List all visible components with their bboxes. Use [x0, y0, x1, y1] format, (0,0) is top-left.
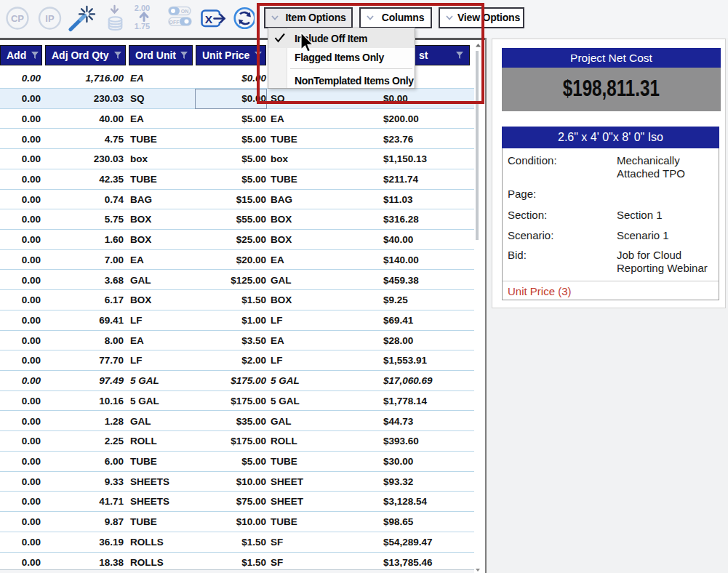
svg-text:IP: IP [45, 13, 55, 24]
svg-text:1.75: 1.75 [135, 22, 150, 31]
svg-text:2.00: 2.00 [135, 4, 150, 12]
svg-text:ON: ON [181, 9, 189, 14]
svg-text:X: X [205, 13, 213, 25]
svg-text:OFF: OFF [169, 20, 180, 25]
svg-text:CP: CP [11, 13, 24, 24]
